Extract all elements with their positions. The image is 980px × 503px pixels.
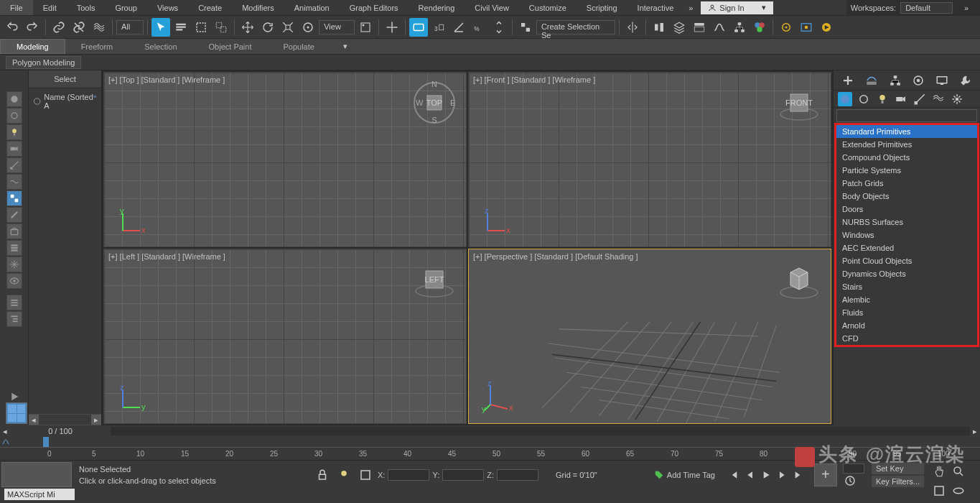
pivot-button[interactable] [356, 18, 375, 37]
dd-item-dynamics[interactable]: Dynamics Objects [836, 267, 977, 280]
se-filter-cameras-icon[interactable] [6, 141, 22, 157]
rotate-button[interactable] [258, 18, 277, 37]
set-key-button[interactable]: Set Key [872, 463, 924, 474]
frame-display[interactable]: 0 / 100 [10, 427, 111, 435]
menu-graph-editors[interactable]: Graph Editors [340, 0, 409, 15]
spinner-snap-toggle[interactable] [490, 18, 508, 37]
menu-civil-view[interactable]: Civil View [465, 0, 518, 15]
dd-item-doors[interactable]: Doors [836, 203, 977, 216]
selection-filter-dropdown[interactable]: All [116, 20, 144, 34]
se-filter-frozen-icon[interactable] [6, 257, 22, 272]
viewport-persp-label[interactable]: [+] [Perspective ] [Standard ] [Default … [473, 252, 638, 261]
time-config-button[interactable] [843, 475, 857, 486]
menu-rendering[interactable]: Rendering [409, 0, 465, 15]
schematic-view-button[interactable] [730, 18, 749, 37]
menu-modifiers[interactable]: Modifiers [232, 0, 284, 15]
menu-customize[interactable]: Customize [519, 0, 577, 15]
dd-item-nurbs-surfaces[interactable]: NURBS Surfaces [836, 216, 977, 229]
edit-selection-set-button[interactable] [516, 18, 535, 37]
viewport-front-label[interactable]: [+] [Front ] [Standard ] [Wireframe ] [473, 75, 595, 84]
se-filter-bones-icon[interactable] [6, 207, 22, 223]
z-input[interactable] [497, 469, 538, 481]
y-input[interactable] [442, 469, 484, 481]
menu-create[interactable]: Create [188, 0, 232, 15]
se-filter-lights-icon[interactable] [6, 124, 22, 140]
hierarchy-tab-icon[interactable] [887, 73, 904, 88]
material-preview[interactable] [1, 462, 72, 487]
display-tab-icon[interactable] [933, 73, 951, 88]
render-frame-button[interactable] [797, 18, 816, 37]
dd-item-arnold[interactable]: Arnold [836, 319, 977, 332]
se-filter-hidden-icon[interactable] [6, 273, 22, 289]
ribbon-tab-modeling[interactable]: Modeling [0, 39, 65, 54]
current-frame-input[interactable] [843, 463, 864, 474]
menu-interactive[interactable]: Interactive [627, 0, 684, 15]
scroll-left-icon[interactable]: ◂ [29, 415, 39, 425]
se-filter-layers-icon[interactable] [6, 240, 22, 256]
ribbon-tab-freeform[interactable]: Freeform [65, 39, 129, 54]
zoom-all-button[interactable] [930, 481, 948, 500]
menu-group[interactable]: Group [105, 0, 147, 15]
render-setup-button[interactable] [777, 18, 795, 37]
menu-overflow-icon[interactable]: » [683, 4, 698, 12]
se-filter-helpers-icon[interactable] [6, 157, 22, 173]
menu-tools[interactable]: Tools [67, 0, 106, 15]
move-button[interactable] [238, 18, 257, 37]
viewport-top[interactable]: [+] [Top ] [Standard ] [Wireframe ] TOPN… [103, 72, 467, 247]
menu-edit[interactable]: Edit [33, 0, 67, 15]
ribbon-tab-populate[interactable]: Populate [267, 39, 330, 54]
viewcube-front[interactable]: FRONT [776, 80, 822, 126]
se-filter-spacewarps-icon[interactable] [6, 174, 22, 190]
lock-selection-icon[interactable] [313, 466, 332, 484]
add-time-tag-button[interactable]: Add Time Tag [654, 470, 715, 480]
ribbon-expand-icon[interactable]: ▾ [336, 37, 355, 56]
se-filter-shapes-icon[interactable] [6, 108, 22, 124]
modify-tab-icon[interactable] [863, 73, 880, 88]
primitive-category-dropdown[interactable] [836, 109, 977, 122]
dd-item-particle-systems[interactable]: Particle Systems [836, 164, 977, 177]
viewport-left[interactable]: [+] [Left ] [Standard ] [Wireframe ] LEF… [103, 249, 467, 424]
angle-snap-toggle[interactable] [449, 18, 468, 37]
named-selection-dropdown[interactable]: Create Selection Se [536, 20, 615, 34]
next-frame-button[interactable] [775, 467, 790, 483]
key-filters-button[interactable]: Key Filters... [872, 476, 924, 487]
utilities-tab-icon[interactable] [957, 73, 974, 88]
viewport-perspective[interactable]: [+] [Perspective ] [Standard ] [Default … [468, 249, 831, 424]
isolate-selection-icon[interactable] [335, 466, 353, 484]
workspaces-dropdown[interactable]: Default [900, 2, 953, 14]
shapes-cat-icon[interactable] [857, 92, 871, 106]
align-button[interactable] [650, 18, 668, 37]
redo-button[interactable] [23, 18, 42, 37]
prev-frame-button[interactable] [742, 467, 757, 483]
signin-button[interactable]: Sign In ▾ [701, 1, 773, 14]
lights-cat-icon[interactable] [875, 92, 890, 106]
viewport-left-label[interactable]: [+] [Left ] [Standard ] [Wireframe ] [108, 252, 225, 261]
dd-item-patch-grids[interactable]: Patch Grids [836, 177, 977, 190]
goto-start-button[interactable] [725, 467, 741, 483]
toggle-ribbon-button[interactable] [690, 18, 709, 37]
name-column-header[interactable]: Name (Sorted A [32, 91, 98, 111]
dd-item-windows[interactable]: Windows [836, 229, 977, 241]
percent-snap-toggle[interactable]: % [470, 18, 488, 37]
workspaces-chevron-icon[interactable]: » [957, 0, 976, 17]
viewport-front[interactable]: [+] [Front ] [Standard ] [Wireframe ] FR… [468, 72, 831, 247]
layer-explorer-button[interactable] [670, 18, 689, 37]
dd-item-cfd[interactable]: CFD [836, 332, 977, 345]
viewcube-top[interactable]: TOPNSWE [411, 80, 457, 126]
zoom-button[interactable] [949, 462, 968, 481]
se-view-list-icon[interactable] [6, 295, 22, 310]
dd-item-stairs[interactable]: Stairs [836, 280, 977, 293]
scene-explorer-scrollbar[interactable]: ◂ ▸ [29, 414, 101, 425]
autokey-toggle[interactable]: + [814, 463, 837, 486]
dd-item-point-cloud[interactable]: Point Cloud Objects [836, 254, 977, 267]
cameras-cat-icon[interactable] [894, 92, 908, 106]
ribbon-tab-object-paint[interactable]: Object Paint [193, 39, 268, 54]
orbit-button[interactable] [949, 481, 968, 500]
viewport-top-label[interactable]: [+] [Top ] [Standard ] [Wireframe ] [108, 75, 225, 84]
dd-item-alembic[interactable]: Alembic [836, 293, 977, 306]
menu-views[interactable]: Views [147, 0, 188, 15]
render-production-button[interactable] [817, 18, 836, 37]
viewport-layout-button[interactable] [6, 402, 27, 424]
menu-scripting[interactable]: Scripting [577, 0, 627, 15]
timeline-curve-icon[interactable] [1, 438, 10, 446]
